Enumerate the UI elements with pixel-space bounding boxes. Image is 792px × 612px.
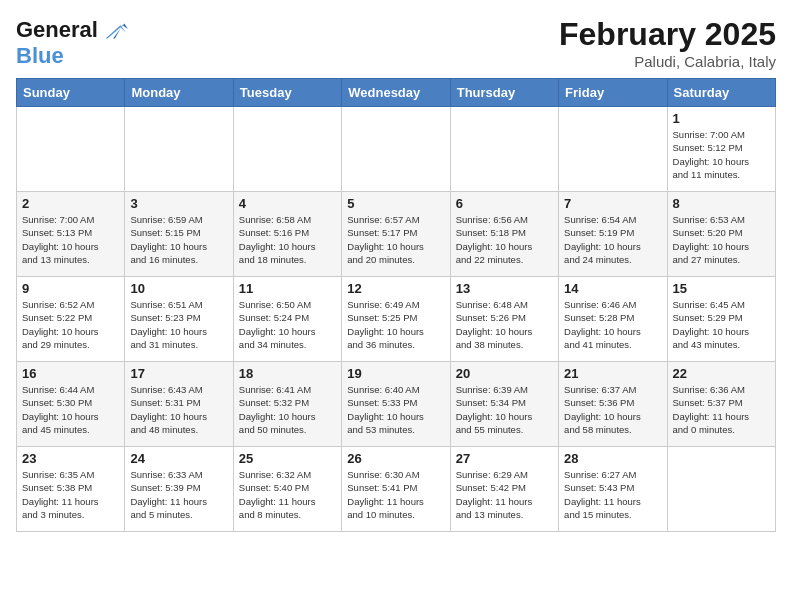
day-number: 22	[673, 366, 770, 381]
day-number: 8	[673, 196, 770, 211]
location-title: Paludi, Calabria, Italy	[559, 53, 776, 70]
calendar-cell: 24Sunrise: 6:33 AM Sunset: 5:39 PM Dayli…	[125, 447, 233, 532]
weekday-header: Friday	[559, 79, 667, 107]
day-info: Sunrise: 6:43 AM Sunset: 5:31 PM Dayligh…	[130, 383, 227, 436]
day-number: 11	[239, 281, 336, 296]
day-number: 20	[456, 366, 553, 381]
calendar-cell	[233, 107, 341, 192]
day-info: Sunrise: 6:40 AM Sunset: 5:33 PM Dayligh…	[347, 383, 444, 436]
calendar-cell: 16Sunrise: 6:44 AM Sunset: 5:30 PM Dayli…	[17, 362, 125, 447]
day-number: 12	[347, 281, 444, 296]
calendar-week-row: 16Sunrise: 6:44 AM Sunset: 5:30 PM Dayli…	[17, 362, 776, 447]
weekday-header: Sunday	[17, 79, 125, 107]
day-info: Sunrise: 6:29 AM Sunset: 5:42 PM Dayligh…	[456, 468, 553, 521]
day-info: Sunrise: 6:36 AM Sunset: 5:37 PM Dayligh…	[673, 383, 770, 436]
day-info: Sunrise: 6:54 AM Sunset: 5:19 PM Dayligh…	[564, 213, 661, 266]
calendar-cell: 3Sunrise: 6:59 AM Sunset: 5:15 PM Daylig…	[125, 192, 233, 277]
day-number: 21	[564, 366, 661, 381]
calendar-table: SundayMondayTuesdayWednesdayThursdayFrid…	[16, 78, 776, 532]
logo: General Blue	[16, 16, 128, 68]
day-info: Sunrise: 6:32 AM Sunset: 5:40 PM Dayligh…	[239, 468, 336, 521]
calendar-cell	[450, 107, 558, 192]
calendar-cell: 20Sunrise: 6:39 AM Sunset: 5:34 PM Dayli…	[450, 362, 558, 447]
calendar-cell: 6Sunrise: 6:56 AM Sunset: 5:18 PM Daylig…	[450, 192, 558, 277]
logo-icon	[100, 16, 128, 44]
day-number: 28	[564, 451, 661, 466]
calendar-cell: 2Sunrise: 7:00 AM Sunset: 5:13 PM Daylig…	[17, 192, 125, 277]
day-info: Sunrise: 6:49 AM Sunset: 5:25 PM Dayligh…	[347, 298, 444, 351]
day-number: 9	[22, 281, 119, 296]
calendar-cell: 28Sunrise: 6:27 AM Sunset: 5:43 PM Dayli…	[559, 447, 667, 532]
day-info: Sunrise: 6:39 AM Sunset: 5:34 PM Dayligh…	[456, 383, 553, 436]
day-info: Sunrise: 6:48 AM Sunset: 5:26 PM Dayligh…	[456, 298, 553, 351]
weekday-header: Tuesday	[233, 79, 341, 107]
calendar-cell: 12Sunrise: 6:49 AM Sunset: 5:25 PM Dayli…	[342, 277, 450, 362]
day-info: Sunrise: 6:46 AM Sunset: 5:28 PM Dayligh…	[564, 298, 661, 351]
day-number: 13	[456, 281, 553, 296]
calendar-cell: 4Sunrise: 6:58 AM Sunset: 5:16 PM Daylig…	[233, 192, 341, 277]
calendar-cell: 27Sunrise: 6:29 AM Sunset: 5:42 PM Dayli…	[450, 447, 558, 532]
weekday-header: Monday	[125, 79, 233, 107]
day-info: Sunrise: 6:56 AM Sunset: 5:18 PM Dayligh…	[456, 213, 553, 266]
day-number: 17	[130, 366, 227, 381]
calendar-cell: 22Sunrise: 6:36 AM Sunset: 5:37 PM Dayli…	[667, 362, 775, 447]
day-number: 23	[22, 451, 119, 466]
day-number: 1	[673, 111, 770, 126]
calendar-cell: 7Sunrise: 6:54 AM Sunset: 5:19 PM Daylig…	[559, 192, 667, 277]
day-number: 2	[22, 196, 119, 211]
day-info: Sunrise: 6:44 AM Sunset: 5:30 PM Dayligh…	[22, 383, 119, 436]
calendar-week-row: 9Sunrise: 6:52 AM Sunset: 5:22 PM Daylig…	[17, 277, 776, 362]
calendar-cell: 8Sunrise: 6:53 AM Sunset: 5:20 PM Daylig…	[667, 192, 775, 277]
day-number: 25	[239, 451, 336, 466]
day-info: Sunrise: 6:45 AM Sunset: 5:29 PM Dayligh…	[673, 298, 770, 351]
day-info: Sunrise: 6:30 AM Sunset: 5:41 PM Dayligh…	[347, 468, 444, 521]
calendar-cell	[17, 107, 125, 192]
day-info: Sunrise: 6:57 AM Sunset: 5:17 PM Dayligh…	[347, 213, 444, 266]
day-info: Sunrise: 6:53 AM Sunset: 5:20 PM Dayligh…	[673, 213, 770, 266]
day-info: Sunrise: 6:59 AM Sunset: 5:15 PM Dayligh…	[130, 213, 227, 266]
day-number: 14	[564, 281, 661, 296]
calendar-cell	[667, 447, 775, 532]
calendar-cell: 10Sunrise: 6:51 AM Sunset: 5:23 PM Dayli…	[125, 277, 233, 362]
day-info: Sunrise: 6:50 AM Sunset: 5:24 PM Dayligh…	[239, 298, 336, 351]
weekday-header: Wednesday	[342, 79, 450, 107]
day-info: Sunrise: 6:41 AM Sunset: 5:32 PM Dayligh…	[239, 383, 336, 436]
day-number: 27	[456, 451, 553, 466]
logo-text: General	[16, 18, 98, 42]
calendar-week-row: 1Sunrise: 7:00 AM Sunset: 5:12 PM Daylig…	[17, 107, 776, 192]
day-info: Sunrise: 7:00 AM Sunset: 5:13 PM Dayligh…	[22, 213, 119, 266]
weekday-header: Thursday	[450, 79, 558, 107]
day-info: Sunrise: 6:27 AM Sunset: 5:43 PM Dayligh…	[564, 468, 661, 521]
day-number: 19	[347, 366, 444, 381]
day-number: 4	[239, 196, 336, 211]
calendar-cell: 1Sunrise: 7:00 AM Sunset: 5:12 PM Daylig…	[667, 107, 775, 192]
calendar-cell: 5Sunrise: 6:57 AM Sunset: 5:17 PM Daylig…	[342, 192, 450, 277]
day-number: 18	[239, 366, 336, 381]
calendar-cell: 25Sunrise: 6:32 AM Sunset: 5:40 PM Dayli…	[233, 447, 341, 532]
day-info: Sunrise: 6:37 AM Sunset: 5:36 PM Dayligh…	[564, 383, 661, 436]
calendar-cell: 26Sunrise: 6:30 AM Sunset: 5:41 PM Dayli…	[342, 447, 450, 532]
calendar-cell: 23Sunrise: 6:35 AM Sunset: 5:38 PM Dayli…	[17, 447, 125, 532]
calendar-week-row: 2Sunrise: 7:00 AM Sunset: 5:13 PM Daylig…	[17, 192, 776, 277]
day-number: 6	[456, 196, 553, 211]
page-header: General Blue February 2025 Paludi, Calab…	[16, 16, 776, 70]
weekday-header: Saturday	[667, 79, 775, 107]
logo-blue-text: Blue	[16, 44, 64, 68]
calendar-cell: 15Sunrise: 6:45 AM Sunset: 5:29 PM Dayli…	[667, 277, 775, 362]
day-number: 5	[347, 196, 444, 211]
day-number: 3	[130, 196, 227, 211]
calendar-cell	[559, 107, 667, 192]
day-number: 16	[22, 366, 119, 381]
calendar-cell: 11Sunrise: 6:50 AM Sunset: 5:24 PM Dayli…	[233, 277, 341, 362]
calendar-cell: 19Sunrise: 6:40 AM Sunset: 5:33 PM Dayli…	[342, 362, 450, 447]
day-number: 24	[130, 451, 227, 466]
calendar-cell: 18Sunrise: 6:41 AM Sunset: 5:32 PM Dayli…	[233, 362, 341, 447]
day-info: Sunrise: 6:51 AM Sunset: 5:23 PM Dayligh…	[130, 298, 227, 351]
day-number: 7	[564, 196, 661, 211]
title-section: February 2025 Paludi, Calabria, Italy	[559, 16, 776, 70]
calendar-cell	[125, 107, 233, 192]
day-number: 15	[673, 281, 770, 296]
calendar-cell: 21Sunrise: 6:37 AM Sunset: 5:36 PM Dayli…	[559, 362, 667, 447]
month-title: February 2025	[559, 16, 776, 53]
weekday-header-row: SundayMondayTuesdayWednesdayThursdayFrid…	[17, 79, 776, 107]
